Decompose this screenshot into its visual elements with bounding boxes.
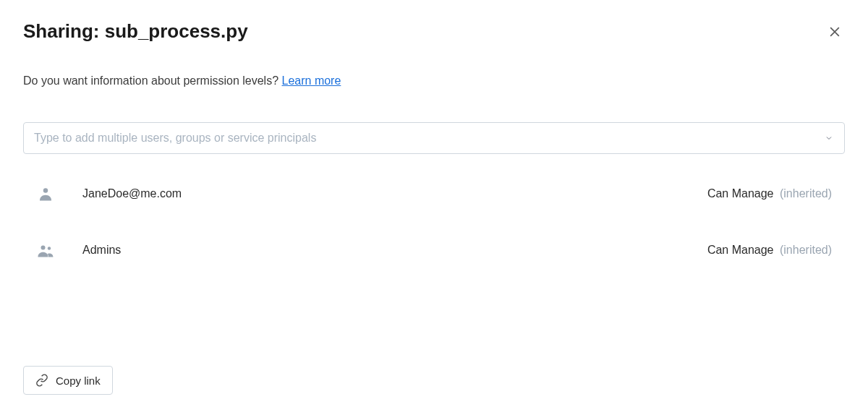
learn-more-link[interactable]: Learn more [282, 74, 341, 87]
permission-level: Can Manage [707, 244, 774, 256]
copy-link-label: Copy link [56, 375, 101, 387]
close-button[interactable] [825, 22, 845, 42]
svg-point-1 [41, 246, 46, 250]
group-icon [36, 241, 55, 260]
svg-point-0 [43, 188, 48, 192]
permission-inherited-label: (inherited) [780, 244, 832, 256]
permission-inherited-label: (inherited) [780, 187, 832, 200]
permission-row: Admins Can Manage (inherited) [23, 241, 845, 260]
user-icon [36, 184, 55, 203]
principal-input[interactable] [34, 132, 815, 145]
permission-principal: Admins [82, 244, 707, 257]
info-question: Do you want information about permission… [23, 74, 282, 87]
dialog-title: Sharing: sub_process.py [23, 20, 248, 43]
close-icon [827, 25, 842, 39]
principal-selector[interactable] [23, 122, 845, 154]
svg-point-2 [48, 247, 51, 249]
chevron-down-icon [824, 133, 834, 143]
permission-row: JaneDoe@me.com Can Manage (inherited) [23, 184, 845, 203]
copy-link-button[interactable]: Copy link [23, 366, 113, 395]
link-icon [35, 374, 48, 387]
permission-principal: JaneDoe@me.com [82, 187, 707, 200]
permissions-list: JaneDoe@me.com Can Manage (inherited) Ad… [23, 184, 845, 260]
permission-level-wrapper: Can Manage (inherited) [707, 187, 832, 200]
permission-level: Can Manage [707, 187, 774, 200]
permission-level-wrapper: Can Manage (inherited) [707, 244, 832, 257]
info-text: Do you want information about permission… [23, 74, 845, 87]
